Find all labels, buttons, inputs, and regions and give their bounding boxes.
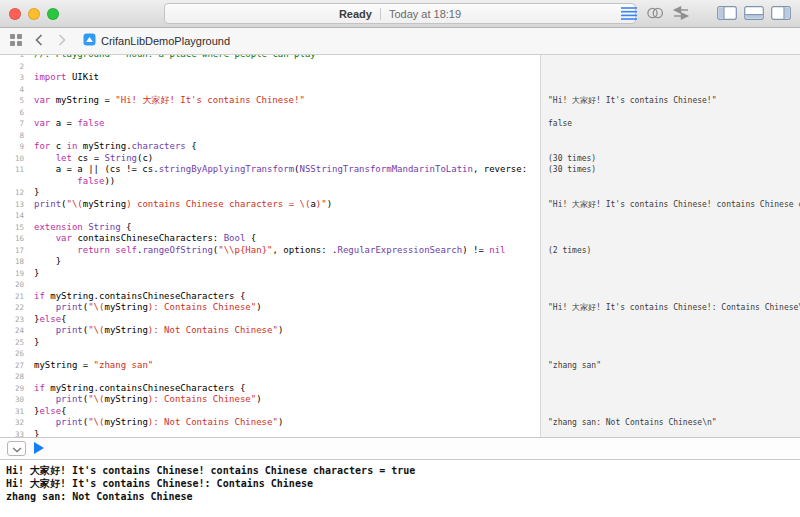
code-line[interactable]: } — [24, 256, 540, 268]
standard-editor-icon — [620, 6, 638, 23]
code-line[interactable]: if myString.containsChineseCharacters { — [24, 383, 540, 395]
code-line[interactable]: false)) — [24, 176, 540, 188]
code-line[interactable] — [24, 279, 540, 291]
line-number: 25 — [0, 337, 24, 349]
version-editor-button[interactable] — [670, 6, 692, 22]
code-line[interactable] — [24, 84, 540, 96]
play-icon — [33, 441, 45, 458]
utilities-panel-button[interactable] — [770, 6, 792, 22]
result-cell[interactable]: false — [540, 118, 800, 130]
navigator-panel-button[interactable] — [716, 6, 738, 22]
code-token: (c) — [137, 153, 153, 163]
minimize-button[interactable] — [28, 8, 40, 20]
code-line[interactable]: var a = false — [24, 118, 540, 130]
code-line[interactable]: import UIKit — [24, 72, 540, 84]
result-cell[interactable]: "Hi! 大家好! It's contains Chinese!" — [540, 95, 800, 107]
code-line[interactable] — [24, 210, 540, 222]
result-cell[interactable]: (2 times) — [540, 245, 800, 257]
code-row: 13print("\(myString) contains Chinese ch… — [0, 199, 800, 211]
code-line[interactable]: let cs = String(c) — [24, 153, 540, 165]
close-button[interactable] — [9, 8, 21, 20]
standard-editor-button[interactable] — [618, 6, 640, 22]
code-token: nil — [489, 245, 505, 255]
run-button[interactable] — [33, 442, 45, 456]
code-token: if — [34, 291, 50, 301]
result-cell[interactable]: (30 times) — [540, 153, 800, 165]
code-row: 9for c in myString.characters { — [0, 141, 800, 153]
related-items-button[interactable] — [8, 33, 24, 49]
line-number: 10 — [0, 153, 24, 165]
code-line[interactable]: if myString.containsChineseCharacters { — [24, 291, 540, 303]
code-token: ) — [256, 302, 261, 312]
back-button[interactable] — [31, 33, 47, 49]
code-line[interactable]: } — [24, 337, 540, 349]
result-cell — [540, 176, 800, 188]
code-line[interactable]: for c in myString.characters { — [24, 141, 540, 153]
code-token: , reverse: — [473, 164, 527, 174]
code-row: 6 — [0, 107, 800, 119]
code-token: print — [56, 417, 83, 427]
code-line[interactable]: print("\(myString) contains Chinese char… — [24, 199, 540, 211]
activity-viewer: Ready Today at 18:19 — [164, 3, 636, 24]
code-token: ): Contains Chinese" — [148, 394, 256, 404]
code-token — [34, 176, 77, 186]
code-line[interactable]: print("\(myString): Contains Chinese") — [24, 302, 540, 314]
code-line[interactable]: } — [24, 268, 540, 280]
result-cell[interactable]: "Hi! 大家好! It's contains Chinese!: Contai… — [540, 302, 800, 314]
code-line[interactable]: extension String { — [24, 222, 540, 234]
status-divider — [380, 8, 381, 20]
result-cell[interactable]: (30 times) — [540, 164, 800, 176]
code-line[interactable]: return self.rangeOfString("\\p{Han}", op… — [24, 245, 540, 257]
code-line[interactable] — [24, 107, 540, 119]
zoom-button[interactable] — [47, 8, 59, 20]
result-cell[interactable]: "zhang san" — [540, 360, 800, 372]
code-line[interactable] — [24, 130, 540, 142]
code-line[interactable]: var myString = "Hi! 大家好! It's contains C… — [24, 95, 540, 107]
code-token: return — [77, 245, 115, 255]
result-cell — [540, 107, 800, 119]
code-line[interactable]: var containsChineseCharacters: Bool { — [24, 233, 540, 245]
code-token: myString = — [34, 360, 94, 370]
code-token: Bool — [224, 233, 246, 243]
forward-button[interactable] — [54, 33, 70, 49]
result-cell[interactable]: "zhang san: Not Contains Chinese\n" — [540, 417, 800, 429]
code-token: ): Contains Chinese" — [148, 302, 256, 312]
code-line[interactable]: }else{ — [24, 406, 540, 418]
code-token — [34, 233, 56, 243]
code-line[interactable]: } — [24, 187, 540, 199]
code-token: a = — [56, 118, 78, 128]
code-line[interactable] — [24, 371, 540, 383]
code-token: } — [34, 187, 39, 197]
code-token: myString. — [83, 141, 132, 151]
console-line: Hi! 大家好! It's contains Chinese!: Contain… — [6, 477, 800, 490]
line-number: 4 — [0, 84, 24, 96]
code-line[interactable]: print("\(myString): Not Contains Chinese… — [24, 417, 540, 429]
code-line[interactable]: a = a || (cs != cs.stringByApplyingTrans… — [24, 164, 540, 176]
result-cell — [540, 84, 800, 96]
code-line[interactable] — [24, 348, 540, 360]
assistant-editor-button[interactable] — [644, 6, 666, 22]
file-name: CrifanLibDemoPlayground — [101, 35, 230, 47]
code-line[interactable]: }else{ — [24, 314, 540, 326]
editor-area[interactable]: 1//: Playground - noun: a place where pe… — [0, 55, 800, 437]
code-token: String — [88, 222, 121, 232]
line-number: 26 — [0, 348, 24, 360]
result-cell — [540, 291, 800, 303]
code-line[interactable]: myString = "zhang san" — [24, 360, 540, 372]
result-cell — [540, 325, 800, 337]
code-token: myString = — [56, 95, 116, 105]
code-token: print — [56, 394, 83, 404]
debug-area-panel-button[interactable] — [743, 6, 765, 22]
toggle-debug-area-button[interactable] — [7, 441, 26, 456]
code-token — [34, 302, 56, 312]
code-token: ): Not Contains Chinese" — [148, 417, 278, 427]
jump-bar: CrifanLibDemoPlayground — [0, 28, 800, 55]
code-line[interactable]: } — [24, 429, 540, 438]
code-line[interactable] — [24, 61, 540, 73]
code-line[interactable]: print("\(myString): Not Contains Chinese… — [24, 325, 540, 337]
line-number: 21 — [0, 291, 24, 303]
result-cell[interactable]: "Hi! 大家好! It's contains Chinese! contain… — [540, 199, 800, 211]
breadcrumb[interactable]: CrifanLibDemoPlayground — [83, 32, 230, 50]
code-row: 25} — [0, 337, 800, 349]
code-line[interactable]: print("\(myString): Contains Chinese") — [24, 394, 540, 406]
